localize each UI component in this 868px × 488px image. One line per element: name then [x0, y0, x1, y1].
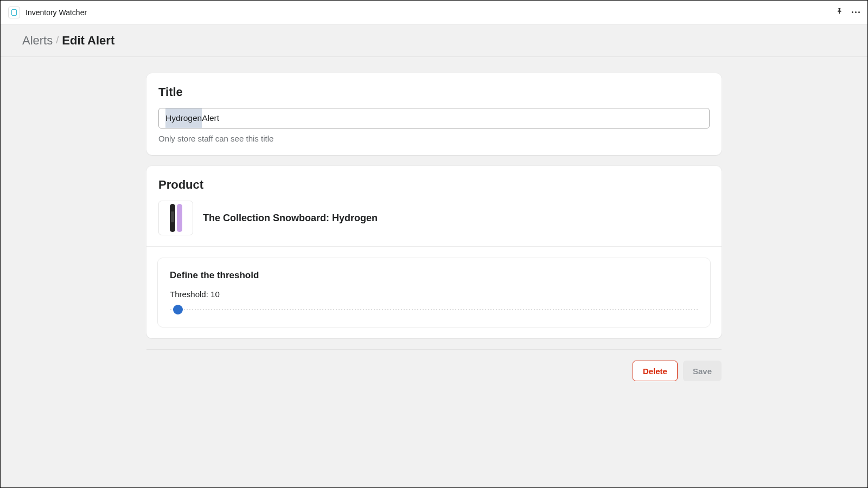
slider-thumb[interactable] [173, 305, 183, 314]
save-button[interactable]: Save [683, 361, 722, 381]
actions-row: Delete Save [146, 349, 722, 381]
threshold-heading: Define the threshold [170, 270, 698, 281]
breadcrumb: Alerts / Edit Alert [22, 34, 114, 48]
more-icon[interactable] [852, 11, 860, 14]
product-name: The Collection Snowboard: Hydrogen [203, 213, 378, 224]
app-name: Inventory Watcher [25, 8, 87, 17]
threshold-value-label: Threshold: 10 [170, 290, 698, 299]
alert-title-input[interactable]: Hydrogen Alert [158, 108, 710, 129]
top-bar-left: Inventory Watcher [8, 7, 87, 18]
product-thumbnail [158, 201, 193, 235]
title-card: Title Hydrogen Alert Only store staff ca… [146, 73, 722, 155]
title-heading: Title [158, 85, 710, 99]
breadcrumb-current: Edit Alert [62, 34, 114, 48]
threshold-value: 10 [210, 290, 220, 299]
pin-icon[interactable] [835, 7, 844, 18]
app-top-bar: Inventory Watcher [1, 1, 867, 24]
app-icon [8, 7, 20, 18]
title-help-text: Only store staff can see this title [158, 134, 710, 143]
product-card: Product The Collection Snowboard: Hydrog… [146, 166, 722, 338]
product-heading: Product [158, 178, 710, 192]
threshold-section: Define the threshold Threshold: 10 [157, 258, 711, 328]
slider-track [170, 309, 698, 311]
delete-button[interactable]: Delete [633, 361, 678, 381]
title-input-selection: Hydrogen [165, 108, 202, 128]
breadcrumb-parent[interactable]: Alerts [22, 34, 53, 48]
breadcrumb-bar: Alerts / Edit Alert [1, 24, 867, 57]
threshold-slider[interactable] [170, 304, 698, 315]
top-bar-right [835, 7, 860, 18]
card-divider [146, 246, 722, 247]
breadcrumb-separator: / [56, 35, 59, 46]
threshold-label-prefix: Threshold: [170, 290, 210, 299]
product-row: The Collection Snowboard: Hydrogen [158, 201, 710, 235]
content-area: Title Hydrogen Alert Only store staff ca… [1, 57, 867, 381]
title-input-rest: Alert [202, 108, 219, 128]
